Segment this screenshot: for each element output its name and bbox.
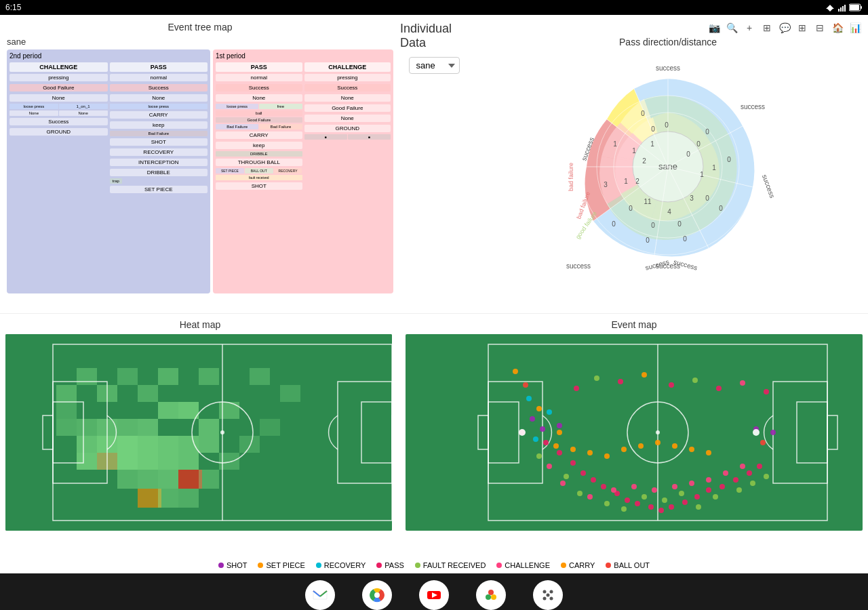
none-1: None bbox=[216, 94, 302, 102]
eventmap-section: Event map bbox=[400, 314, 868, 557]
svg-point-161 bbox=[547, 464, 552, 469]
photos-icon[interactable] bbox=[476, 580, 506, 610]
time-display: 6:15 bbox=[5, 3, 21, 12]
pressing-1: pressing bbox=[304, 74, 391, 81]
svg-point-137 bbox=[635, 501, 640, 506]
event-tree-player: sane bbox=[7, 37, 393, 47]
svg-point-216 bbox=[491, 594, 496, 600]
svg-point-200 bbox=[692, 378, 698, 383]
svg-text:1: 1 bbox=[624, 178, 628, 185]
svg-point-169 bbox=[706, 477, 711, 483]
svg-point-222 bbox=[550, 597, 553, 601]
svg-point-140 bbox=[669, 504, 674, 510]
free-1: free bbox=[259, 104, 302, 109]
set-piece-node: SET PIECE bbox=[110, 186, 208, 193]
svg-point-152 bbox=[621, 506, 627, 512]
svg-point-210 bbox=[374, 592, 380, 598]
chart-icon[interactable]: 📊 bbox=[849, 22, 861, 34]
battery-icon bbox=[849, 3, 863, 12]
svg-text:0: 0 bbox=[719, 205, 723, 212]
svg-point-184 bbox=[557, 423, 562, 428]
svg-text:success: success bbox=[566, 262, 591, 270]
good-fail-1: Good Failure bbox=[216, 117, 302, 123]
recovery-dot bbox=[316, 563, 321, 568]
youtube-icon[interactable] bbox=[419, 580, 449, 610]
svg-point-195 bbox=[574, 386, 579, 391]
grid-icon[interactable]: ⊞ bbox=[761, 22, 773, 34]
bubble-icon[interactable]: 💬 bbox=[778, 22, 791, 34]
svg-rect-7 bbox=[850, 5, 859, 10]
pass-direction-title: Pass direction/distance bbox=[619, 37, 717, 47]
svg-point-110 bbox=[220, 430, 224, 434]
svg-point-202 bbox=[740, 380, 745, 386]
svg-rect-66 bbox=[77, 368, 97, 385]
pressing-node: pressing bbox=[9, 74, 108, 81]
trap-node: trap bbox=[110, 178, 122, 184]
svg-point-147 bbox=[757, 464, 762, 469]
launcher-icon[interactable] bbox=[533, 580, 563, 610]
svg-rect-105 bbox=[239, 436, 260, 453]
svg-point-129 bbox=[543, 440, 549, 445]
recovery-1: RECOVERY bbox=[274, 168, 302, 174]
none-node: None bbox=[9, 94, 108, 102]
period-2-label: 2nd period bbox=[9, 52, 208, 60]
svg-text:1: 1 bbox=[650, 140, 654, 148]
carry-node: CARRY bbox=[110, 111, 208, 119]
recovery-label: RECOVERY bbox=[324, 561, 366, 569]
carry-label: CARRY bbox=[569, 561, 595, 569]
svg-rect-6 bbox=[861, 6, 862, 9]
player-select[interactable]: sane player2 bbox=[409, 57, 460, 74]
challenge-header: CHALLENGE bbox=[9, 62, 108, 72]
recovery-node: RECOVERY bbox=[110, 148, 208, 156]
svg-rect-103 bbox=[199, 470, 219, 489]
nav-bar bbox=[0, 573, 868, 610]
svg-point-172 bbox=[553, 443, 559, 449]
svg-point-162 bbox=[560, 481, 566, 486]
gmail-icon[interactable] bbox=[305, 580, 335, 610]
svg-point-121 bbox=[656, 430, 660, 434]
heatmap-svg bbox=[5, 334, 392, 531]
loose-1: loose press bbox=[216, 104, 258, 109]
svg-point-190 bbox=[526, 396, 532, 401]
pass-header-1: PASS bbox=[216, 62, 302, 72]
svg-point-178 bbox=[655, 440, 660, 445]
svg-rect-94 bbox=[158, 453, 178, 470]
svg-point-130 bbox=[557, 450, 562, 455]
camera-icon[interactable]: 📷 bbox=[708, 22, 720, 34]
svg-rect-83 bbox=[77, 436, 97, 453]
svg-text:1: 1 bbox=[712, 164, 716, 171]
event-field bbox=[406, 334, 863, 531]
carry-dot bbox=[561, 563, 566, 568]
svg-point-139 bbox=[658, 508, 664, 513]
svg-rect-75 bbox=[77, 419, 97, 436]
through-ball: THROUGH BALL bbox=[216, 159, 302, 166]
home-icon[interactable]: 🏠 bbox=[831, 22, 844, 34]
dribble-node: DRIBBLE bbox=[110, 169, 208, 176]
svg-text:0: 0 bbox=[665, 121, 669, 129]
shot-label: SHOT bbox=[226, 561, 248, 569]
svg-text:1: 1 bbox=[613, 140, 617, 148]
add-icon[interactable]: + bbox=[743, 22, 755, 34]
box-icon[interactable]: ⊟ bbox=[814, 22, 826, 34]
chrome-icon[interactable] bbox=[362, 580, 392, 610]
shot-1: SHOT bbox=[216, 182, 302, 190]
svg-rect-65 bbox=[56, 402, 77, 419]
signal-icon bbox=[838, 3, 846, 12]
svg-rect-64 bbox=[56, 385, 77, 402]
svg-rect-101 bbox=[158, 489, 178, 508]
svg-point-148 bbox=[536, 453, 542, 459]
svg-point-183 bbox=[540, 426, 545, 432]
svg-rect-68 bbox=[117, 368, 138, 385]
pass-branch: PASS normal Success None loose press CAR… bbox=[110, 62, 208, 194]
none-c1: None bbox=[304, 94, 391, 102]
add2-icon[interactable]: ⊞ bbox=[796, 22, 808, 34]
svg-point-193 bbox=[523, 382, 528, 388]
challenge-label: CHALLENGE bbox=[505, 561, 550, 569]
svg-point-217 bbox=[486, 594, 491, 600]
normal-1: normal bbox=[216, 74, 302, 81]
svg-text:bad failure: bad failure bbox=[568, 163, 574, 191]
success-pass: Success bbox=[110, 84, 208, 92]
shot-node: SHOT bbox=[110, 138, 208, 146]
svg-point-215 bbox=[488, 590, 494, 595]
zoom-icon[interactable]: 🔍 bbox=[726, 22, 738, 34]
